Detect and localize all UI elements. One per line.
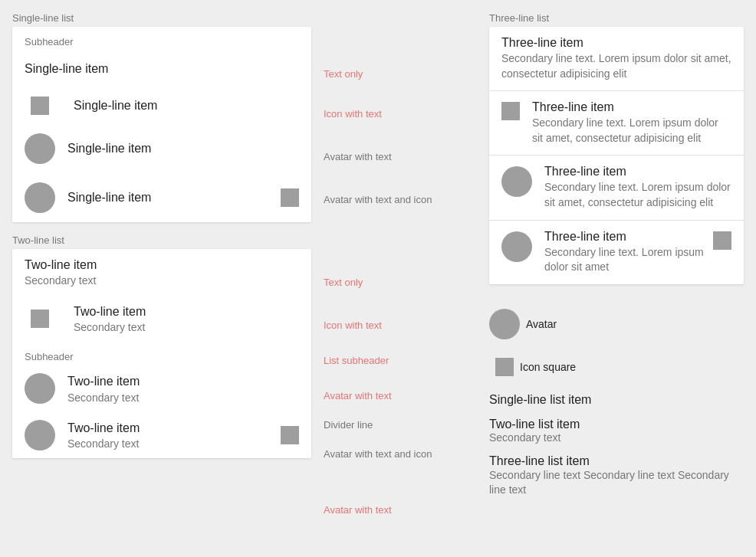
list-item[interactable]: Three-line item Secondary line text. Lor… — [489, 27, 744, 90]
list-item[interactable]: Two-line item Secondary text — [12, 412, 311, 459]
item-secondary-text: Secondary text — [25, 274, 299, 287]
list-item[interactable]: Single-line item — [12, 124, 311, 173]
two-line-secondary: Secondary text — [489, 431, 744, 444]
standalone-avatar-item[interactable]: Avatar — [489, 300, 744, 349]
three-line-secondary: Secondary line text Secondary line text … — [489, 468, 744, 498]
label-text: Icon with text — [324, 108, 382, 120]
avatar — [25, 133, 55, 164]
list-item[interactable]: Single-line item — [12, 87, 311, 124]
left-column: Single-line list Subheader Single-line i… — [12, 12, 311, 458]
text-block: Three-line item Secondary line text. Lor… — [501, 36, 731, 81]
list-item[interactable]: Two-line item Secondary text — [12, 365, 311, 412]
two-line-standalone: Two-line list item Secondary text — [489, 413, 744, 448]
item-primary-text: Single-line item — [67, 189, 281, 206]
two-line-card: Two-line item Secondary text Two-line it… — [12, 249, 311, 458]
mid-label-avatar-text-icon-2: Avatar with text and icon — [324, 432, 477, 475]
standalone-icon-item[interactable]: Icon square — [489, 349, 744, 385]
avatar — [25, 182, 55, 213]
mid-label-icon-with-text-2: Icon with text — [324, 303, 477, 346]
icon-square-right — [713, 231, 731, 250]
mid-label-list-subheader: List subheader — [324, 346, 477, 374]
avatar — [501, 231, 532, 262]
single-line-section-label: Single-line list — [12, 12, 311, 24]
item-primary-text: Single-line item — [25, 61, 108, 77]
single-line-card: Subheader Single-line item Single-line i… — [12, 27, 311, 222]
label-text: Text only — [324, 277, 363, 288]
item-secondary-text: Secondary line text. Lorem ipsum dolor s… — [501, 51, 731, 81]
text-block: Two-line item Secondary text — [74, 303, 299, 335]
mid-label-icon-with-text: Icon with text — [324, 92, 477, 135]
middle-labels: Text only Icon with text Avatar with tex… — [324, 12, 477, 529]
avatar — [25, 373, 55, 404]
label-text: Avatar with text and icon — [324, 194, 432, 205]
mid-label-avatar-with-text-2: Avatar with text — [324, 374, 477, 417]
item-primary-text: Two-line item — [74, 303, 299, 320]
mid-label-avatar-standalone: Avatar with text — [324, 490, 477, 529]
avatar — [489, 309, 520, 339]
item-secondary-text: Secondary line text. Lorem ipsum dolor s… — [532, 116, 731, 146]
item-primary-text: Single-line item — [67, 140, 151, 157]
mid-label-text-only-2: Text only — [324, 260, 477, 303]
mid-label-avatar-with-text-1: Avatar with text — [324, 135, 477, 178]
icon-square-right — [281, 188, 299, 207]
label-text: Text only — [324, 68, 363, 80]
label-text: Avatar with text — [324, 390, 392, 401]
three-line-standalone: Three-line list item Secondary line text… — [489, 448, 744, 504]
icon-square — [501, 102, 520, 120]
item-secondary-text: Secondary text — [67, 437, 281, 451]
icon-square-right — [281, 426, 299, 444]
icon-label: Icon square — [520, 361, 576, 373]
mid-label-avatar-text-icon-1: Avatar with text and icon — [324, 178, 477, 221]
single-line-section: Single-line list Subheader Single-line i… — [12, 12, 311, 222]
avatar — [25, 420, 55, 451]
three-line-card: Three-line item Secondary line text. Lor… — [489, 27, 744, 284]
label-text: Avatar with text and icon — [324, 448, 432, 460]
list-item[interactable]: Single-line item — [12, 173, 311, 222]
item-primary-text: Two-line item — [67, 373, 299, 390]
right-column: Three-line list Three-line item Secondar… — [489, 12, 744, 507]
single-line-subheader: Subheader — [12, 27, 311, 51]
avatar — [501, 166, 532, 197]
two-line-primary: Two-line list item — [489, 418, 744, 431]
standalone-section: Avatar Icon square Single-line list item… — [489, 297, 744, 507]
list-item[interactable]: Three-line item Secondary line text. Lor… — [489, 91, 744, 155]
item-primary-text: Three-line item — [544, 165, 731, 179]
item-primary-text: Three-line item — [501, 36, 731, 50]
list-item[interactable]: Two-line item Secondary text — [12, 249, 311, 296]
avatar-label: Avatar — [526, 318, 557, 330]
text-block: Three-line item Secondary line text. Lor… — [532, 100, 731, 146]
list-item[interactable]: Three-line item Secondary line text. Lor… — [489, 156, 744, 219]
mid-spacer-1 — [324, 221, 477, 260]
mid-label-text-only-1: Text only — [324, 55, 477, 92]
item-primary-text: Single-line item — [74, 97, 157, 114]
text-block: Two-line item Secondary text — [25, 257, 299, 288]
list-item[interactable]: Two-line item Secondary text — [12, 296, 311, 342]
item-secondary-text: Secondary line text. Lorem ipsum dolor s… — [544, 245, 707, 275]
two-line-section: Two-line list Two-line item Secondary te… — [12, 234, 311, 458]
list-item[interactable]: Three-line item Secondary line text. Lor… — [489, 221, 744, 284]
item-secondary-text: Secondary line text. Lorem ipsum dolor s… — [544, 180, 731, 210]
three-line-primary: Three-line list item — [489, 454, 744, 468]
label-text: Avatar with text — [324, 504, 392, 516]
two-line-section-label: Two-line list — [12, 234, 311, 246]
text-block: Three-line item Secondary line text. Lor… — [544, 165, 731, 210]
mid-label-divider-line: Divider line — [324, 417, 477, 432]
icon-square — [31, 97, 49, 115]
item-primary-text: Three-line item — [532, 100, 731, 114]
text-block: Three-line item Secondary line text. Lor… — [544, 230, 707, 275]
label-text: Avatar with text — [324, 151, 392, 162]
item-primary-text: Two-line item — [67, 420, 281, 437]
icon-square — [31, 310, 49, 328]
list-item[interactable]: Single-line item — [12, 51, 311, 87]
item-secondary-text: Secondary text — [67, 391, 299, 405]
single-line-list-item-label: Single-line list item — [489, 385, 744, 413]
text-block: Two-line item Secondary text — [67, 420, 281, 451]
label-text: List subheader — [324, 355, 389, 366]
item-primary-text: Three-line item — [544, 230, 707, 244]
three-line-section-label: Three-line list — [489, 12, 744, 24]
list-subheader: Subheader — [12, 342, 311, 365]
page-layout: Single-line list Subheader Single-line i… — [12, 12, 744, 529]
label-text: Divider line — [324, 419, 373, 431]
label-text: Icon with text — [324, 319, 382, 331]
item-secondary-text: Secondary text — [74, 320, 299, 334]
